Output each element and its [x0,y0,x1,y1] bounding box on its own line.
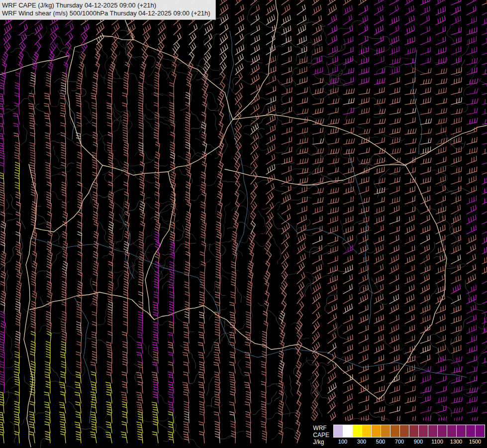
legend-swatch [399,425,409,438]
legend-swatch [475,425,485,438]
wrf-map-screen: WRF CAPE (J/kg) Thursday 04-12-2025 09:0… [0,0,487,448]
legend-swatch [409,425,419,438]
legend-swatch [466,425,476,438]
legend-swatch [428,425,438,438]
title-box: WRF CAPE (J/kg) Thursday 04-12-2025 09:0… [0,0,216,20]
legend-swatch [390,425,400,438]
legend-swatch [381,425,390,438]
legend-swatch [437,425,447,438]
legend-swatch [362,425,372,438]
legend-tick-label: 1100 [431,439,443,445]
legend-label: WRF CAPE J/kg [313,425,329,446]
cape-title-line: WRF CAPE (J/kg) Thursday 04-12-2025 09:0… [2,1,210,9]
legend-swatch [456,425,466,438]
legend-swatch [343,425,353,438]
legend-label-units: J/kg [313,439,329,446]
legend-swatch [333,425,343,438]
legend-label-variable: CAPE [313,432,329,439]
legend-tick-label: 900 [414,439,423,445]
legend-swatch [352,425,362,438]
legend-swatch-row [333,425,485,438]
wind-shear-map-canvas [0,0,487,448]
legend-tick-label: 300 [357,439,366,445]
legend-label-model: WRF [313,425,329,432]
map-background [0,0,487,448]
legend-tick-label: 1500 [469,439,481,445]
legend-scale: 100300500700900110013001500 [333,425,485,446]
legend-swatch [418,425,428,438]
legend-swatch [447,425,457,438]
cape-legend: WRF CAPE J/kg 10030050070090011001300150… [308,421,487,448]
legend-swatch [371,425,381,438]
shear-title-line: WRF Wind shear (m/s) 500/1000hPa Thursda… [2,9,210,17]
legend-tick-label: 100 [338,439,347,445]
legend-tick-label: 1300 [450,439,462,445]
legend-tick-row: 100300500700900110013001500 [333,438,485,446]
legend-tick-label: 500 [376,439,385,445]
legend-tick-label: 700 [395,439,404,445]
